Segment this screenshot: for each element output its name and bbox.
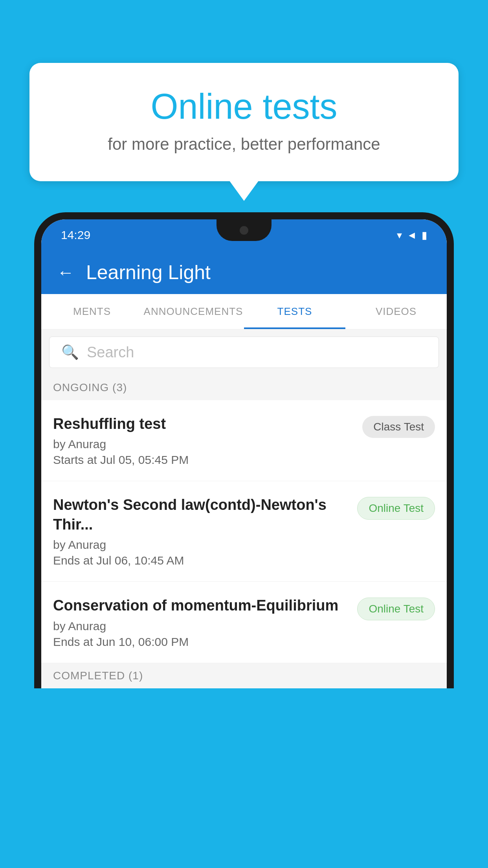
search-bar[interactable]: 🔍 Search	[49, 337, 439, 368]
camera-dot	[240, 226, 248, 235]
speech-bubble: Online tests for more practice, better p…	[29, 63, 459, 181]
test-item[interactable]: Conservation of momentum-Equilibrium by …	[41, 582, 447, 663]
search-icon: 🔍	[61, 344, 79, 360]
test-list: Reshuffling test by Anurag Starts at Jul…	[41, 400, 447, 663]
test-badge-class: Class Test	[362, 416, 435, 438]
wifi-icon: ▾	[397, 229, 402, 241]
phone-outer: 14:29 ▾ ◄ ▮ ← Learning Light MENTS	[34, 212, 454, 688]
status-icons: ▾ ◄ ▮	[397, 229, 427, 241]
test-author: by Anurag	[53, 438, 354, 451]
test-item[interactable]: Newton's Second law(contd)-Newton's Thir…	[41, 481, 447, 582]
tab-ments[interactable]: MENTS	[41, 294, 143, 329]
test-info: Newton's Second law(contd)-Newton's Thir…	[53, 495, 349, 567]
test-name: Newton's Second law(contd)-Newton's Thir…	[53, 495, 349, 534]
completed-section-header: COMPLETED (1)	[41, 663, 447, 688]
bubble-subtitle: for more practice, better performance	[61, 135, 427, 154]
tab-announcements[interactable]: ANNOUNCEMENTS	[143, 294, 244, 329]
signal-icon: ◄	[407, 229, 417, 241]
tab-bar: MENTS ANNOUNCEMENTS TESTS VIDEOS	[41, 294, 447, 329]
app-header: ← Learning Light	[41, 251, 447, 294]
tab-videos[interactable]: VIDEOS	[345, 294, 447, 329]
test-item[interactable]: Reshuffling test by Anurag Starts at Jul…	[41, 400, 447, 481]
test-time: Ends at Jul 06, 10:45 AM	[53, 554, 349, 567]
app-title: Learning Light	[86, 261, 211, 284]
test-name: Reshuffling test	[53, 414, 354, 434]
phone-device: 14:29 ▾ ◄ ▮ ← Learning Light MENTS	[34, 212, 454, 868]
phone-notch	[216, 219, 272, 241]
test-time: Starts at Jul 05, 05:45 PM	[53, 453, 354, 467]
tab-tests[interactable]: TESTS	[244, 294, 345, 329]
back-button[interactable]: ←	[57, 263, 74, 282]
test-time: Ends at Jun 10, 06:00 PM	[53, 635, 349, 649]
search-container: 🔍 Search	[41, 329, 447, 375]
test-name: Conservation of momentum-Equilibrium	[53, 596, 349, 615]
test-badge-online: Online Test	[357, 598, 435, 620]
test-info: Reshuffling test by Anurag Starts at Jul…	[53, 414, 354, 467]
test-author: by Anurag	[53, 620, 349, 633]
test-info: Conservation of momentum-Equilibrium by …	[53, 596, 349, 648]
search-placeholder: Search	[87, 344, 134, 361]
status-time: 14:29	[61, 228, 90, 242]
battery-icon: ▮	[422, 229, 427, 241]
test-badge-online: Online Test	[357, 497, 435, 520]
test-author: by Anurag	[53, 538, 349, 552]
ongoing-section-header: ONGOING (3)	[41, 375, 447, 400]
phone-inner: 14:29 ▾ ◄ ▮ ← Learning Light MENTS	[41, 219, 447, 688]
status-bar: 14:29 ▾ ◄ ▮	[41, 219, 447, 251]
bubble-title: Online tests	[61, 86, 427, 127]
